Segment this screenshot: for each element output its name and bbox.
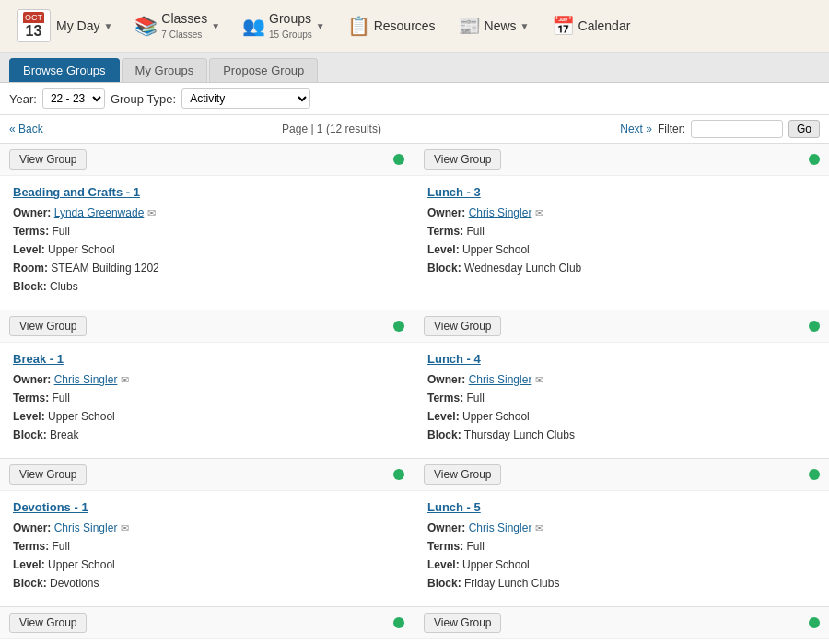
group-info: Lunch - 4 Owner: Chris Singler ✉ Terms: … [414, 343, 829, 458]
view-group-button[interactable]: View Group [424, 316, 501, 336]
group-cell: View Group Lunch - 5 Owner: Chris Single… [414, 459, 829, 607]
groups-icon: 👥 [242, 15, 265, 37]
group-level: Level: Upper School [427, 556, 816, 573]
view-group-button[interactable]: View Group [424, 464, 501, 485]
group-owner: Owner: Chris Singler ✉ [427, 371, 816, 388]
status-dot [809, 321, 820, 332]
mail-icon[interactable]: ✉ [121, 522, 129, 533]
status-dot [393, 617, 404, 628]
group-terms: Terms: Full [13, 223, 401, 240]
calendar-icon: 📅 [552, 15, 575, 37]
mail-icon[interactable]: ✉ [535, 207, 543, 218]
year-select[interactable]: 22 - 23 21 - 22 20 - 21 [42, 88, 105, 109]
status-dot [393, 469, 404, 480]
group-title[interactable]: Lunch - 3 [427, 185, 816, 199]
groups-grid: View Group Beading and Crafts - 1 Owner:… [0, 144, 829, 644]
mail-icon[interactable]: ✉ [121, 374, 129, 385]
tab-browse-groups[interactable]: Browse Groups [9, 58, 120, 82]
view-group-button[interactable]: View Group [9, 316, 87, 336]
owner-link[interactable]: Chris Singler [54, 521, 118, 534]
view-group-bar: View Group [414, 607, 829, 639]
group-owner: Owner: Chris Singler ✉ [427, 205, 816, 221]
group-cell: View Group Lunch - 4 Owner: Chris Single… [414, 310, 829, 459]
view-group-button[interactable]: View Group [424, 613, 501, 633]
group-info: Diversity Clerks - 1 Owner: Toni Graves … [0, 639, 414, 644]
status-dot [393, 321, 404, 332]
group-terms: Terms: Full [13, 538, 401, 555]
next-link[interactable]: Next » [620, 123, 652, 135]
classes-sub: 7 Classes [161, 29, 202, 40]
tab-my-groups[interactable]: My Groups [122, 58, 208, 82]
group-owner: Owner: Chris Singler ✉ [427, 520, 816, 536]
group-title[interactable]: Break - 1 [13, 352, 401, 366]
owner-link[interactable]: Chris Singler [469, 206, 532, 219]
group-type-select[interactable]: Activity Academic Advisory [181, 88, 310, 109]
news-arrow: ▼ [520, 21, 530, 31]
nav-myday[interactable]: OCT 13 My Day ▼ [9, 6, 120, 46]
view-group-bar: View Group [0, 607, 414, 639]
status-dot [809, 617, 820, 628]
resources-icon: 📋 [347, 15, 370, 37]
group-level: Level: Upper School [13, 556, 401, 573]
group-level: Level: Upper School [427, 241, 816, 258]
status-dot [809, 154, 820, 165]
view-group-bar: View Group [0, 144, 414, 176]
group-terms: Terms: Full [13, 390, 401, 406]
myday-arrow: ▼ [103, 21, 112, 31]
group-info: Break - 1 Owner: Chris Singler ✉ Terms: … [0, 343, 414, 458]
toolbar: Year: 22 - 23 21 - 22 20 - 21 Group Type… [0, 83, 829, 115]
year-label: Year: [9, 92, 37, 106]
group-block: Block: Wednesday Lunch Club [427, 260, 816, 276]
mail-icon[interactable]: ✉ [535, 522, 543, 533]
classes-arrow: ▼ [211, 21, 220, 31]
group-title[interactable]: Lunch - 4 [427, 352, 816, 366]
filter-label: Filter: [658, 123, 685, 135]
view-group-bar: View Group [0, 459, 414, 491]
mail-icon[interactable]: ✉ [147, 207, 156, 218]
group-owner: Owner: Lynda Greenwade ✉ [13, 205, 401, 221]
group-level: Level: Upper School [13, 408, 401, 425]
pagination-row: « Back Page | 1 (12 results) Next » Filt… [0, 115, 829, 144]
classes-icon: 📚 [134, 15, 158, 37]
groups-label: Groups [269, 11, 311, 26]
resources-label: Resources [374, 18, 436, 33]
group-block: Block: Clubs [13, 278, 401, 295]
nav-classes[interactable]: 📚 Classes 7 Classes ▼ [127, 7, 228, 44]
group-owner: Owner: Chris Singler ✉ [13, 371, 401, 388]
owner-link[interactable]: Chris Singler [469, 373, 532, 386]
group-block: Block: Break [13, 427, 401, 443]
owner-link[interactable]: Chris Singler [54, 373, 118, 386]
sub-navigation: Browse Groups My Groups Propose Group [0, 53, 829, 83]
tab-propose-group[interactable]: Propose Group [209, 58, 318, 82]
view-group-button[interactable]: View Group [9, 149, 87, 170]
pagination-right: Next » Filter: Go [620, 120, 820, 138]
classes-label: Classes [161, 11, 207, 26]
back-link[interactable]: « Back [9, 123, 43, 135]
nav-news[interactable]: 📰 News ▼ [450, 11, 537, 41]
top-navigation: OCT 13 My Day ▼ 📚 Classes 7 Classes ▼ 👥 … [0, 0, 829, 53]
calendar-label: Calendar [578, 18, 631, 33]
view-group-button[interactable]: View Group [9, 464, 87, 485]
owner-link[interactable]: Lynda Greenwade [54, 206, 145, 219]
myday-label: My Day [56, 18, 99, 33]
groups-sub: 15 Groups [269, 29, 312, 40]
group-title[interactable]: Lunch - 5 [427, 500, 816, 514]
view-group-button[interactable]: View Group [9, 613, 87, 633]
group-cell: View Group Lunch - 3 Owner: Chris Single… [414, 144, 829, 310]
owner-link[interactable]: Chris Singler [469, 521, 532, 534]
mail-icon[interactable]: ✉ [535, 374, 543, 385]
group-info: Lunch - 5 Owner: Chris Singler ✉ Terms: … [414, 491, 829, 606]
nav-groups[interactable]: 👥 Groups 15 Groups ▼ [235, 7, 333, 44]
main-content: View Group Beading and Crafts - 1 Owner:… [0, 144, 829, 644]
calendar-date: OCT 13 [17, 9, 51, 42]
go-button[interactable]: Go [788, 120, 820, 138]
group-terms: Terms: Full [427, 538, 816, 555]
status-dot [809, 469, 820, 480]
group-block: Block: Friday Lunch Clubs [427, 575, 816, 591]
nav-calendar[interactable]: 📅 Calendar [544, 11, 638, 41]
filter-input[interactable] [691, 120, 783, 138]
view-group-button[interactable]: View Group [424, 149, 501, 170]
group-title[interactable]: Devotions - 1 [13, 500, 401, 514]
group-title[interactable]: Beading and Crafts - 1 [13, 185, 401, 199]
nav-resources[interactable]: 📋 Resources [340, 11, 443, 41]
